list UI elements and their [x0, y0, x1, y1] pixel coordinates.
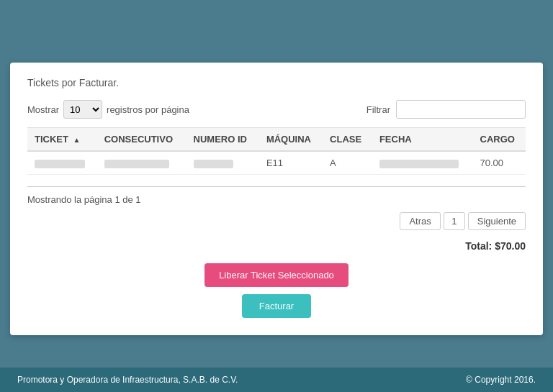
- total-amount: Total: $70.00: [465, 240, 526, 252]
- controls-row: Mostrar 5 10 25 50 100 registros por pág…: [27, 100, 526, 119]
- release-ticket-button[interactable]: Liberar Ticket Seleccionado: [204, 263, 349, 287]
- records-per-page-select[interactable]: 5 10 25 50 100: [63, 100, 102, 119]
- cell-maquina: E11: [259, 151, 323, 175]
- invoice-button[interactable]: Facturar: [242, 294, 311, 318]
- cell-ticket: [27, 151, 97, 175]
- col-cargo: CARGO: [473, 128, 526, 152]
- next-page-button[interactable]: Siguiente: [468, 212, 526, 230]
- cell-consecutivo: [97, 151, 186, 175]
- ticket-placeholder: [35, 160, 85, 168]
- sort-arrow-icon: ▲: [73, 136, 81, 144]
- fecha-placeholder: [379, 160, 459, 168]
- col-clase: CLASE: [323, 128, 372, 152]
- numero-id-placeholder: [194, 160, 233, 168]
- footer-company: Promotora y Operadora de Infraestructura…: [17, 375, 238, 385]
- col-fecha: FECHA: [372, 128, 473, 152]
- table-row: E11 A 70.00: [27, 151, 526, 175]
- filter-input[interactable]: [396, 100, 526, 119]
- col-numero-id: NUMERO ID: [186, 128, 259, 152]
- prev-page-button[interactable]: Atras: [400, 212, 440, 230]
- cell-fecha: [372, 151, 473, 175]
- cell-numero-id: [186, 151, 259, 175]
- total-row: Total: $70.00: [27, 240, 526, 252]
- table-header-row: TICKET ▲ CONSECUTIVO NUMERO ID MÁQUINA C…: [27, 128, 526, 152]
- controls-right: Filtrar: [367, 100, 526, 119]
- current-page: 1: [444, 212, 465, 230]
- panel-title: Tickets por Facturar.: [27, 77, 526, 88]
- cell-clase: A: [323, 151, 372, 175]
- separator: [27, 186, 526, 187]
- col-maquina: MÁQUINA: [259, 128, 323, 152]
- col-consecutivo: CONSECUTIVO: [97, 128, 186, 152]
- col-ticket[interactable]: TICKET ▲: [27, 128, 97, 152]
- filter-label: Filtrar: [367, 104, 390, 115]
- consecutivo-placeholder: [104, 160, 169, 168]
- footer-copyright: © Copyright 2016.: [466, 375, 536, 385]
- pagination-info: Mostrando la página 1 de 1: [27, 194, 526, 205]
- actions-row: Liberar Ticket Seleccionado Facturar: [27, 263, 526, 318]
- pagination-controls: Atras 1 Siguiente: [27, 212, 526, 230]
- cell-cargo: 70.00: [473, 151, 526, 175]
- tickets-table: TICKET ▲ CONSECUTIVO NUMERO ID MÁQUINA C…: [27, 127, 526, 175]
- show-label: Mostrar: [27, 104, 59, 115]
- controls-left: Mostrar 5 10 25 50 100 registros por pág…: [27, 100, 189, 119]
- per-page-label: registros por página: [107, 104, 189, 115]
- footer-bar: Promotora y Operadora de Infraestructura…: [0, 368, 553, 392]
